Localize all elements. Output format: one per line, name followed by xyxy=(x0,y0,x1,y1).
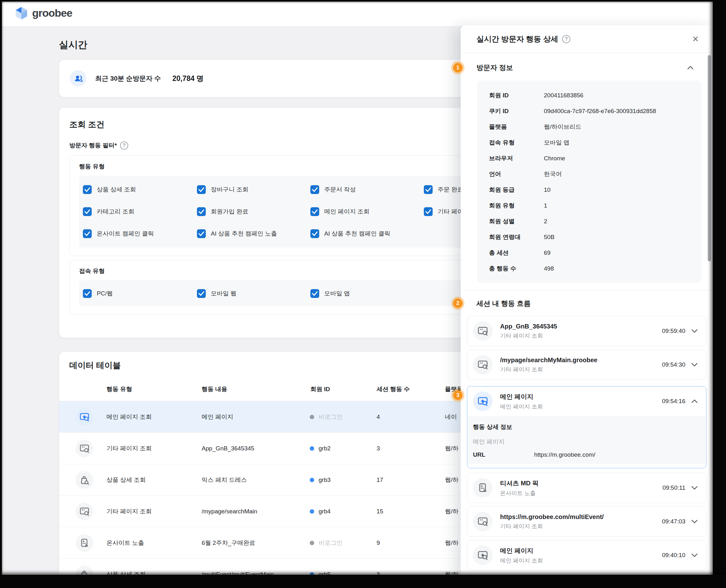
visitor-info-section-header[interactable]: 방문자 정보 xyxy=(477,63,694,72)
flow-item: 티셔츠 MD 픽온사이트 노출 09:50:11 xyxy=(467,473,706,503)
close-icon[interactable]: ✕ xyxy=(692,35,699,43)
info-row: 회원 ID200411683856 xyxy=(477,87,701,103)
checkbox-order-form[interactable]: 주문서 작성 xyxy=(310,185,424,195)
main-page-view-icon xyxy=(76,408,93,426)
checked-checkbox-icon xyxy=(310,289,319,298)
onsite-impression-icon xyxy=(76,534,93,552)
flow-item: https://m.groobee.com/multiEvent/기타 페이지 … xyxy=(467,506,706,537)
checked-checkbox-icon xyxy=(83,229,92,238)
chevron-down-icon[interactable] xyxy=(691,552,698,559)
flow-item-row[interactable]: 티셔츠 MD 픽온사이트 노출 09:50:11 xyxy=(467,473,706,503)
flow-item: /mypage/searchMyMain.groobee기타 페이지 조회 09… xyxy=(467,350,706,380)
member-id-cell: grb4 xyxy=(310,508,330,515)
checkbox-mobile-app[interactable]: 모바일 앱 xyxy=(310,289,424,298)
checkbox-main-page-view[interactable]: 메인 페이지 조회 xyxy=(310,207,424,217)
checked-checkbox-icon xyxy=(83,289,92,298)
chevron-down-icon[interactable] xyxy=(691,361,698,368)
info-row: 접속 유형모바일 앱 xyxy=(477,135,701,150)
checked-checkbox-icon xyxy=(310,207,319,216)
main-page-view-icon xyxy=(473,545,492,565)
other-page-view-icon xyxy=(473,321,492,341)
info-row: 언어한국어 xyxy=(477,166,701,182)
flow-item: App_GnB_3645345기타 페이지 조회 09:59:40 xyxy=(467,316,706,346)
flow-item-row[interactable]: /mypage/searchMyMain.groobee기타 페이지 조회 09… xyxy=(467,350,706,379)
url-value: https://m.groobee.com/ xyxy=(534,451,595,459)
checked-checkbox-icon xyxy=(424,207,432,216)
checked-checkbox-icon xyxy=(83,207,92,216)
flow-item-expanded: 메인 페이지메인 페이지 조회 09:54:16 행동 상세 정보 메인 페이지… xyxy=(467,386,706,468)
groobee-cube-icon xyxy=(15,6,28,20)
col-behavior-content: 행동 내용 xyxy=(202,385,227,393)
flow-item-row[interactable]: App_GnB_3645345기타 페이지 조회 09:59:40 xyxy=(467,316,706,346)
visitor-info-box: 회원 ID200411683856 쿠키 ID09d400ca-7c97-f26… xyxy=(477,81,701,283)
step-badge-2: 2 xyxy=(453,298,463,308)
flow-item-detail: 행동 상세 정보 메인 페이지 URL https://m.groobee.co… xyxy=(468,416,706,464)
panel-scrollbar[interactable] xyxy=(708,55,711,261)
checkbox-mobile-web[interactable]: 모바일 웹 xyxy=(197,289,310,298)
info-row: 총 세션69 xyxy=(477,245,701,261)
checked-checkbox-icon xyxy=(197,229,206,238)
checkbox-signup-complete[interactable]: 회원가입 완료 xyxy=(197,207,310,217)
flow-section-header: 세션 내 행동 흐름 xyxy=(477,299,694,308)
timestamp: 09:40:10 xyxy=(662,552,685,559)
checkbox-ai-campaign-click[interactable]: AI 상품 추천 캠페인 클릭 xyxy=(310,229,424,239)
timestamp: 09:47:03 xyxy=(662,518,685,525)
checkbox-pc-web[interactable]: PC/웹 xyxy=(83,289,197,298)
chevron-up-icon[interactable] xyxy=(691,398,698,404)
groobee-logo[interactable]: groobee xyxy=(15,6,72,20)
summary-value: 20,784 명 xyxy=(173,74,204,83)
detail-heading: 행동 상세 정보 xyxy=(473,423,706,431)
chevron-down-icon[interactable] xyxy=(691,485,698,491)
visitors-icon xyxy=(70,70,86,87)
timestamp: 09:59:40 xyxy=(662,328,685,334)
screenshot-edge xyxy=(0,0,726,2)
checkbox-cart-view[interactable]: 장바구니 조회 xyxy=(197,185,310,195)
other-page-view-icon xyxy=(473,512,492,531)
checkbox-category-view[interactable]: 카테고리 조회 xyxy=(83,207,197,217)
chevron-up-icon[interactable] xyxy=(687,65,694,71)
main-page-view-icon xyxy=(473,392,492,411)
visitor-info-title: 방문자 정보 xyxy=(477,63,513,72)
info-row: 플랫폼웹/하이브리드 xyxy=(477,119,701,135)
flow-section-title: 세션 내 행동 흐름 xyxy=(477,299,531,308)
checked-checkbox-icon xyxy=(83,185,92,194)
info-row: 회원 유형1 xyxy=(477,198,701,213)
checked-checkbox-icon xyxy=(310,185,319,194)
screenshot: groobee 실시간 최근 30분 순방문자 수 20,784 명 조회 조건… xyxy=(0,0,726,588)
url-label: URL xyxy=(473,451,534,459)
panel-header: 실시간 방문자 행동 상세 ? ✕ xyxy=(461,25,713,53)
guest-dot-icon xyxy=(310,541,314,545)
flow-item-row[interactable]: 메인 페이지메인 페이지 조회 09:40:10 xyxy=(467,541,706,570)
checkbox-product-detail-view[interactable]: 상품 상세 조회 xyxy=(83,185,197,195)
timestamp: 09:50:11 xyxy=(662,484,685,491)
topbar: groobee xyxy=(0,0,726,26)
flow-item-row[interactable]: 메인 페이지메인 페이지 조회 09:54:16 xyxy=(467,386,706,416)
guest-dot-icon xyxy=(310,415,314,419)
help-icon[interactable]: ? xyxy=(120,141,128,150)
member-dot-icon xyxy=(310,478,314,482)
checked-checkbox-icon xyxy=(310,229,319,238)
info-row: 브라우저Chrome xyxy=(477,150,701,166)
checkbox-onsite-campaign-click[interactable]: 온사이트 캠페인 클릭 xyxy=(83,229,197,239)
product-detail-view-icon xyxy=(76,471,93,489)
timestamp: 09:54:30 xyxy=(662,361,685,368)
info-row: 회원 성별2 xyxy=(477,213,701,229)
section-divider xyxy=(461,290,713,291)
col-behavior-type: 행동 유형 xyxy=(106,385,132,393)
checked-checkbox-icon xyxy=(197,207,206,216)
checkbox-ai-campaign-impression[interactable]: AI 상품 추천 캠페인 노출 xyxy=(197,229,310,239)
summary-label: 최근 30분 순방문자 수 xyxy=(95,74,161,83)
flow-item-row[interactable]: https://m.groobee.com/multiEvent/기타 페이지 … xyxy=(467,507,706,537)
behavior-filter-label: 방문자 행동 필터* xyxy=(69,141,117,150)
panel-title: 실시간 방문자 행동 상세 xyxy=(477,34,558,44)
info-row: 회원 연령대50B xyxy=(477,229,701,245)
help-icon[interactable]: ? xyxy=(562,35,570,43)
member-id-cell: grb3 xyxy=(310,477,330,483)
other-page-view-icon xyxy=(76,440,93,457)
member-id-cell: grb2 xyxy=(310,445,330,452)
member-dot-icon xyxy=(310,446,314,451)
chevron-down-icon[interactable] xyxy=(691,328,698,334)
detail-name: 메인 페이지 xyxy=(473,438,706,446)
chevron-down-icon[interactable] xyxy=(691,519,698,525)
col-session-actions: 세션 행동 수 xyxy=(377,385,410,393)
